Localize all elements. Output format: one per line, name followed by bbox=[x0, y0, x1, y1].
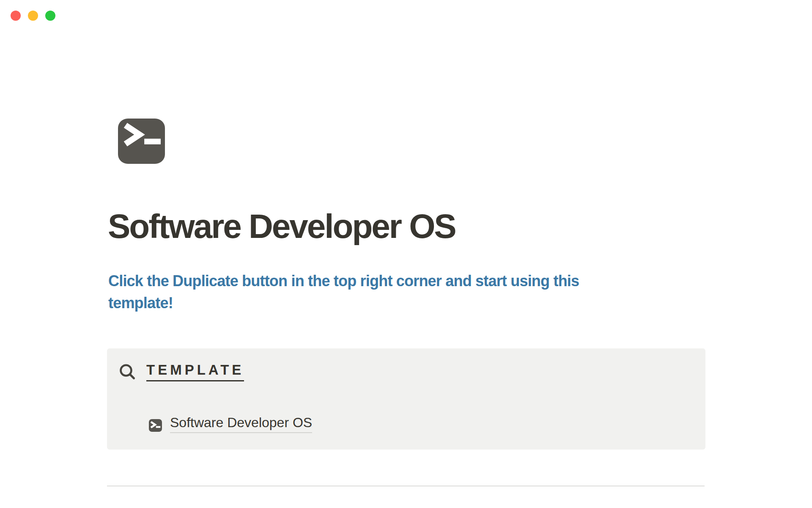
terminal-page-icon[interactable] bbox=[118, 119, 165, 164]
window-zoom-button[interactable] bbox=[45, 11, 55, 21]
divider bbox=[107, 486, 705, 486]
window-close-button[interactable] bbox=[11, 11, 21, 21]
duplicate-instruction-text: Click the Duplicate button in the top ri… bbox=[108, 270, 671, 314]
window-minimize-button[interactable] bbox=[28, 11, 38, 21]
window-controls bbox=[11, 11, 55, 21]
page-title: Software Developer OS bbox=[108, 206, 455, 247]
template-callout: TEMPLATE Software Developer OS bbox=[107, 348, 705, 450]
template-section-label: TEMPLATE bbox=[146, 362, 244, 381]
terminal-mini-icon bbox=[149, 419, 162, 432]
search-icon bbox=[118, 363, 136, 381]
template-page-link[interactable]: Software Developer OS bbox=[149, 416, 312, 434]
notion-template-page: { "window": { "controls": [ { "name": "c… bbox=[0, 0, 812, 508]
template-link-label[interactable]: Software Developer OS bbox=[170, 415, 312, 433]
